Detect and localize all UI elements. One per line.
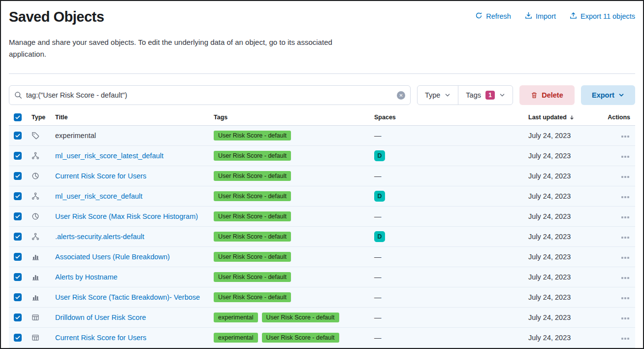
export-selected-button[interactable]: Export: [581, 85, 635, 105]
no-spaces-dash: —: [374, 314, 382, 321]
tag-badge[interactable]: User Risk Score - default: [214, 292, 291, 302]
refresh-icon: [475, 12, 483, 21]
table-header-row: Type Title Tags Spaces Last updated Acti…: [9, 110, 635, 125]
type-filter-label: Type: [425, 91, 440, 99]
column-header-last-updated[interactable]: Last updated: [523, 110, 601, 125]
row-actions-button[interactable]: [620, 234, 630, 241]
table-row: Current Risk Score for Users User Risk S…: [9, 166, 635, 186]
table-row: ml_user_risk_score_latest_default User R…: [9, 145, 635, 166]
no-spaces-dash: —: [374, 334, 382, 342]
tag-badge[interactable]: User Risk Score - default: [214, 252, 291, 262]
transform-icon: [32, 233, 39, 241]
chart-icon: [32, 273, 39, 281]
export-all-label: Export 11 objects: [580, 12, 635, 20]
tag-badge[interactable]: User Risk Score - default: [214, 131, 291, 140]
row-actions-button[interactable]: [620, 174, 630, 180]
row-actions-button[interactable]: [620, 254, 630, 261]
tag-badge[interactable]: User Risk Score - default: [214, 272, 291, 282]
object-title-link[interactable]: Associated Users (Rule Breakdown): [55, 253, 170, 261]
tag-badge[interactable]: User Risk Score - default: [214, 211, 291, 221]
row-checkbox[interactable]: [14, 152, 22, 160]
refresh-button[interactable]: Refresh: [475, 12, 511, 21]
row-checkbox[interactable]: [14, 132, 22, 140]
transform-icon: [32, 192, 39, 200]
column-header-spaces: Spaces: [369, 110, 523, 125]
export-all-button[interactable]: Export 11 objects: [570, 12, 635, 21]
delete-button[interactable]: Delete: [519, 85, 575, 105]
last-updated-value: July 24, 2023: [523, 246, 601, 267]
object-title-link[interactable]: .alerts-security.alerts-default: [55, 233, 144, 241]
clear-search-button[interactable]: ✕: [397, 91, 405, 100]
last-updated-value: July 24, 2023: [523, 166, 601, 186]
tag-badge[interactable]: User Risk Score - default: [214, 232, 291, 242]
object-title-link[interactable]: ml_user_risk_score_default: [55, 192, 142, 200]
import-button[interactable]: Import: [525, 12, 556, 21]
select-all-checkbox[interactable]: [14, 113, 22, 121]
space-badge: D: [374, 191, 385, 202]
no-spaces-dash: —: [374, 293, 382, 301]
object-title-link[interactable]: Current Risk Score for Users: [55, 334, 146, 342]
table-row: Alerts by Hostname User Risk Score - def…: [9, 267, 635, 287]
row-checkbox[interactable]: [14, 314, 22, 321]
row-actions-button[interactable]: [620, 194, 630, 201]
row-actions-button[interactable]: [620, 315, 630, 322]
tag-badge[interactable]: User Risk Score - default: [262, 333, 339, 343]
tag-badge[interactable]: User Risk Score - default: [214, 151, 291, 161]
table-row: ml_user_risk_score_default User Risk Sco…: [9, 186, 635, 206]
object-title-link[interactable]: Drilldown of User Risk Score: [55, 314, 146, 321]
row-actions-button[interactable]: [620, 295, 630, 302]
chart-icon: [32, 253, 39, 261]
row-checkbox[interactable]: [14, 192, 22, 200]
row-checkbox[interactable]: [14, 212, 22, 220]
search-box: ✕: [9, 85, 411, 105]
column-header-tags: Tags: [209, 110, 369, 125]
row-actions-button[interactable]: [620, 335, 630, 342]
refresh-label: Refresh: [486, 12, 511, 20]
last-updated-value: July 24, 2023: [523, 226, 601, 246]
tags-filter-count-badge: 1: [485, 91, 495, 100]
row-checkbox[interactable]: [14, 273, 22, 281]
row-checkbox[interactable]: [14, 253, 22, 261]
last-updated-value: July 24, 2023: [523, 186, 601, 206]
chart-icon: [32, 293, 39, 301]
row-checkbox[interactable]: [14, 233, 22, 241]
row-actions-button[interactable]: [620, 275, 630, 281]
saved-objects-table: Type Title Tags Spaces Last updated Acti…: [9, 110, 635, 348]
tag-badge[interactable]: experimental: [214, 333, 258, 343]
export-icon: [570, 12, 577, 21]
tag-badge[interactable]: User Risk Score - default: [214, 171, 291, 181]
tags-filter-button[interactable]: Tags 1: [458, 86, 513, 105]
no-spaces-dash: —: [374, 132, 382, 140]
column-header-actions: Actions: [601, 110, 635, 125]
row-checkbox[interactable]: [14, 172, 22, 180]
tag-badge[interactable]: User Risk Score - default: [214, 191, 291, 201]
type-filter-button[interactable]: Type: [418, 86, 458, 105]
row-actions-button[interactable]: [620, 214, 630, 221]
table-row: Associated Users (Rule Breakdown) User R…: [9, 246, 635, 267]
tag-icon: [32, 132, 39, 140]
space-badge: D: [374, 150, 385, 161]
delete-label: Delete: [542, 91, 563, 99]
no-spaces-dash: —: [374, 273, 382, 281]
table-row: User Risk Score (Max Risk Score Histogra…: [9, 206, 635, 226]
page-header: Saved Objects Refresh Import Export 11 o…: [9, 8, 635, 26]
object-title-link[interactable]: User Risk Score (Tactic Breakdown)- Verb…: [55, 293, 200, 301]
header-actions: Refresh Import Export 11 objects: [475, 8, 635, 21]
no-spaces-dash: —: [374, 172, 382, 180]
object-title-link[interactable]: Alerts by Hostname: [55, 273, 118, 281]
object-title-link[interactable]: ml_user_risk_score_latest_default: [55, 152, 163, 160]
import-icon: [525, 12, 532, 21]
chevron-down-icon: [499, 92, 505, 98]
saved-objects-page: Saved Objects Refresh Import Export 11 o…: [0, 0, 644, 349]
tag-badge[interactable]: User Risk Score - default: [262, 313, 339, 322]
trash-icon: [531, 92, 538, 99]
row-actions-button[interactable]: [620, 133, 630, 140]
row-actions-button[interactable]: [620, 153, 630, 160]
object-title-link[interactable]: User Risk Score (Max Risk Score Histogra…: [55, 212, 198, 220]
row-checkbox[interactable]: [14, 334, 22, 342]
search-input[interactable]: [26, 91, 393, 99]
row-checkbox[interactable]: [14, 293, 22, 301]
tag-badge[interactable]: experimental: [214, 313, 258, 322]
object-title-link[interactable]: Current Risk Score for Users: [55, 172, 146, 180]
no-spaces-dash: —: [374, 212, 382, 220]
